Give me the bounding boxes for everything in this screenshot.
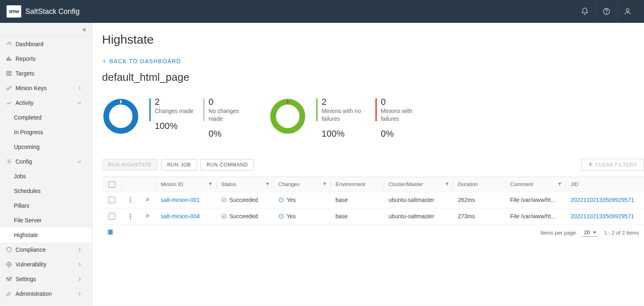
sidebar-item-label: Minion Keys: [16, 85, 47, 91]
sidebar-item-label: Compliance: [16, 246, 46, 253]
items-per-page-label: Items per page: [540, 230, 576, 236]
sidebar-item-targets[interactable]: Targets: [0, 66, 92, 81]
col-jid[interactable]: JID: [566, 177, 644, 192]
sidebar-subitem-schedules[interactable]: Schedules: [0, 184, 92, 198]
col-status[interactable]: Status: [216, 177, 273, 192]
no-failures-label: Minions with no failures: [322, 107, 366, 123]
no-changes-pct: 0%: [209, 129, 253, 139]
svg-point-12: [7, 262, 11, 267]
changes-cell: Yes: [278, 197, 296, 203]
row-actions-menu[interactable]: [130, 197, 131, 203]
jid-link[interactable]: 20221102133509929571: [571, 213, 634, 220]
sidebar-item-label: Activity: [16, 100, 33, 106]
minion-id-link[interactable]: salt-minion-001: [161, 197, 200, 203]
col-environment[interactable]: Environment: [331, 177, 384, 192]
failures-label: Minions with failures: [381, 107, 425, 123]
back-link-label: BACK TO DASHBOARD: [109, 58, 181, 64]
no-failures-count: 2: [322, 98, 366, 106]
run-highstate-button[interactable]: RUN HIGHSTATE: [102, 159, 158, 171]
expand-row-icon[interactable]: [144, 197, 150, 204]
comment-cell: File /var/www/html...: [505, 208, 566, 224]
sidebar-item-label: Dashboard: [16, 41, 44, 47]
page-title: Highstate: [102, 33, 644, 47]
filter-icon[interactable]: [322, 181, 327, 187]
svg-rect-5: [10, 59, 11, 60]
sidebar-item-activity[interactable]: Activity: [0, 95, 92, 110]
col-changes[interactable]: Changes: [273, 177, 331, 192]
column-picker-icon[interactable]: [107, 229, 113, 237]
user-icon[interactable]: [617, 0, 637, 23]
back-to-dashboard-link[interactable]: BACK TO DASHBOARD: [102, 58, 181, 64]
main-content: Highstate BACK TO DASHBOARD default_html…: [92, 23, 644, 306]
items-per-page-select[interactable]: 20: [582, 228, 597, 237]
sidebar-item-config[interactable]: Config: [0, 154, 92, 169]
run-command-button[interactable]: RUN COMMAND: [200, 159, 254, 171]
sidebar-subitem-file-server[interactable]: File Server: [0, 213, 92, 228]
col-cluster[interactable]: Cluster/Master: [384, 177, 453, 192]
env-cell: base: [331, 208, 384, 224]
sidebar-item-minion-keys[interactable]: Minion Keys: [0, 81, 92, 95]
sidebar-subitem-highstate[interactable]: Highstate: [0, 228, 92, 242]
sidebar-item-compliance[interactable]: Compliance: [0, 242, 92, 257]
svg-rect-8: [7, 74, 9, 75]
duration-cell: 262ms: [453, 192, 505, 208]
jid-link[interactable]: 20221102133509929571: [571, 197, 634, 203]
run-job-button[interactable]: RUN JOB: [161, 159, 197, 171]
sidebar-subitem-in-progress[interactable]: In Progress: [0, 125, 92, 140]
svg-point-24: [222, 214, 227, 219]
stat-bar: [203, 98, 204, 121]
changes-made-count: 2: [155, 98, 193, 106]
changes-cell: Yes: [278, 213, 296, 220]
row-actions-menu[interactable]: [130, 214, 131, 219]
table-row: salt-minion-004SucceededYesbaseubuntu-sa…: [102, 208, 644, 224]
help-icon[interactable]: [596, 0, 616, 23]
changes-made-label: Changes made: [155, 107, 193, 115]
sidebar-item-label: Config: [16, 158, 32, 165]
clear-filters-button[interactable]: CLEAR FILTERS: [581, 159, 644, 171]
minion-id-link[interactable]: salt-minion-004: [161, 213, 200, 220]
summary-stats: 2 Changes made 100% 0 No changes made 0%: [102, 93, 644, 139]
svg-point-26: [281, 217, 282, 217]
app-title: SaltStack Config: [25, 7, 80, 16]
svg-rect-27: [108, 230, 109, 234]
notifications-icon[interactable]: [575, 0, 595, 23]
col-minion-id[interactable]: Minion ID: [156, 177, 216, 192]
svg-rect-6: [7, 71, 9, 73]
sidebar-item-reports[interactable]: Reports: [0, 51, 92, 66]
minions-donut-chart: [269, 98, 306, 135]
chevron-right-icon: [76, 290, 83, 297]
chevron-down-icon: [76, 158, 83, 165]
svg-point-11: [8, 161, 10, 162]
svg-rect-7: [9, 71, 11, 73]
svg-point-1: [606, 13, 606, 13]
filter-icon[interactable]: [445, 181, 449, 187]
sidebar-item-dashboard[interactable]: Dashboard: [0, 37, 92, 51]
filter-icon[interactable]: [265, 181, 270, 187]
filter-icon[interactable]: [208, 181, 213, 187]
row-checkbox[interactable]: [109, 213, 115, 220]
sidebar-item-label: Targets: [16, 70, 34, 77]
app-header: vmw SaltStack Config: [0, 0, 644, 23]
filter-icon[interactable]: [557, 181, 562, 187]
col-duration[interactable]: Duration: [453, 177, 505, 192]
sidebar-item-vulnerability[interactable]: Vulnerability: [0, 257, 92, 272]
stat-bar: [316, 98, 318, 121]
no-changes-count: 0: [209, 98, 253, 106]
expand-row-icon[interactable]: [144, 213, 150, 220]
sidebar-item-settings[interactable]: Settings: [0, 272, 92, 286]
col-comment[interactable]: Comment: [505, 177, 566, 192]
sidebar-subitem-upcoming[interactable]: Upcoming: [0, 140, 92, 154]
sidebar-subitem-pillars[interactable]: Pillars: [0, 198, 92, 213]
svg-point-14: [7, 278, 8, 279]
svg-point-17: [106, 102, 135, 131]
sidebar-item-label: Reports: [16, 55, 36, 62]
sidebar-item-administration[interactable]: Administration: [0, 286, 92, 301]
sidebar-subitem-jobs[interactable]: Jobs: [0, 169, 92, 184]
sidebar-subitem-completed[interactable]: Completed: [0, 110, 92, 125]
changes-donut-chart: [102, 98, 140, 135]
select-all-checkbox[interactable]: [109, 181, 115, 188]
job-name: default_html_page: [102, 71, 644, 84]
svg-point-10: [7, 88, 9, 90]
sidebar-collapse-button[interactable]: [0, 23, 92, 37]
row-checkbox[interactable]: [109, 197, 115, 203]
